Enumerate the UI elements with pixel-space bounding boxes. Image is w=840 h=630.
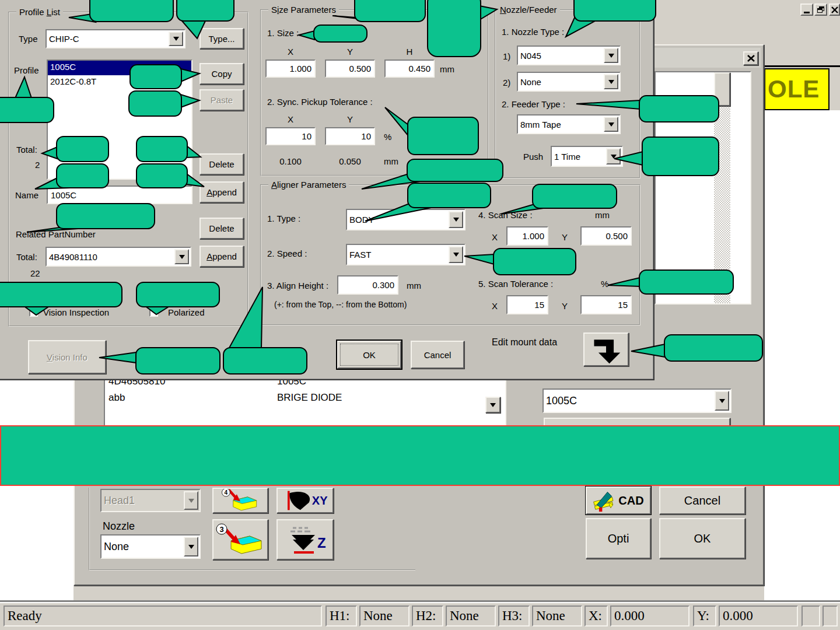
aligner-speed-combo[interactable]: FAST	[346, 244, 466, 265]
align-xy-button[interactable]: XY	[276, 488, 334, 513]
feeder-type-combo[interactable]: 8mm Tape	[517, 114, 621, 134]
annotation-callout	[135, 347, 220, 374]
paste-button[interactable]: Paste	[200, 89, 244, 111]
nozzle-combo[interactable]: None	[100, 534, 201, 559]
combo-arrow-button[interactable]	[184, 537, 198, 556]
nozzle1-combo[interactable]: N045	[517, 46, 621, 65]
chevron-down-icon	[608, 80, 614, 84]
sync-y-header: Y	[325, 114, 375, 124]
combo-arrow-button[interactable]	[606, 148, 621, 164]
size-h-field[interactable]: 0.450	[384, 60, 435, 78]
z-align-icon: Z	[280, 523, 330, 556]
align-z-button[interactable]: Z	[276, 519, 334, 560]
table-row[interactable]: abb BRIGE DIODE	[105, 392, 505, 407]
tol-x-field[interactable]: 15	[506, 295, 548, 314]
type-button[interactable]: Type...	[200, 28, 244, 49]
nozzle-label: Nozzle	[103, 520, 135, 533]
part-editor-close-button[interactable]	[743, 51, 758, 65]
polarized-checkbox[interactable]	[149, 308, 158, 317]
xy-align-icon: XY	[280, 489, 330, 512]
annotation-callout	[176, 0, 235, 22]
scan-x-field[interactable]: 1.000	[506, 226, 548, 246]
profile-delete-button[interactable]: Delete	[200, 153, 244, 175]
close-button[interactable]	[829, 4, 840, 16]
cancel-label: Cancel	[424, 350, 452, 360]
status-extra-panel	[822, 606, 838, 626]
size-y-field[interactable]: 0.500	[325, 60, 375, 78]
push-value: 1 Time	[554, 152, 580, 162]
push-combo[interactable]: 1 Time	[551, 146, 623, 167]
align-height-label: 3. Align Height :	[267, 281, 328, 290]
scan-y-field[interactable]: 0.500	[580, 226, 632, 246]
nozzle1-value: N045	[520, 51, 541, 61]
combo-arrow-button[interactable]	[184, 491, 198, 510]
status-h2-value: None	[446, 606, 496, 626]
sync-x-mm: 0.100	[265, 156, 316, 166]
restore-button[interactable]	[814, 4, 827, 16]
size-x-header: X	[265, 47, 316, 57]
annotation-band	[0, 425, 840, 486]
tol-x-label: X	[492, 301, 498, 311]
profile-append-button[interactable]: Append	[200, 181, 244, 203]
combo-arrow-button[interactable]	[604, 74, 618, 89]
sync-x-field[interactable]: 10	[265, 127, 316, 145]
dialog-ok-button[interactable]: OK	[337, 341, 401, 369]
combo-arrow-button[interactable]	[174, 249, 189, 264]
scan-y-value: 0.500	[606, 231, 628, 241]
combo-arrow-button[interactable]	[604, 48, 618, 63]
related-partnumber-value: 4B49081110	[49, 252, 97, 262]
minimize-button[interactable]	[800, 4, 813, 16]
status-h2-label: H2:	[412, 606, 443, 626]
annotation-callout	[128, 90, 182, 117]
name-field-value: 1005C	[51, 190, 76, 200]
aligner-type-combo[interactable]: BODY	[346, 209, 466, 230]
part-table[interactable]: 4D46505810 1005C abb BRIGE DIODE	[104, 377, 506, 427]
size-h-value: 0.450	[408, 64, 430, 74]
ok-button[interactable]: OK	[659, 518, 746, 559]
table-dropdown-button[interactable]	[485, 397, 501, 413]
annotation-callout	[0, 97, 54, 123]
related-append-button[interactable]: Append	[200, 246, 244, 267]
status-banner-text: OLE	[765, 75, 820, 103]
screen: { "app": { "status_banner": "OLE", "stat…	[0, 0, 840, 630]
type-combo[interactable]: CHIP-C	[46, 29, 186, 48]
combo-arrow-button[interactable]	[604, 117, 618, 132]
svg-text:XY: XY	[312, 494, 328, 507]
pickup-head4-button[interactable]: 4	[212, 488, 268, 513]
cancel-button[interactable]: Cancel	[659, 487, 746, 514]
nozzle2-combo[interactable]: None	[517, 72, 621, 92]
pickup-head3-button[interactable]: 3	[212, 519, 268, 560]
related-partnumber-combo[interactable]: 4B49081110	[46, 247, 191, 267]
dialog-cancel-button[interactable]: Cancel	[411, 341, 464, 369]
annotation-callout	[0, 282, 123, 307]
combo-arrow-button[interactable]	[449, 211, 463, 228]
vision-info-button[interactable]: Vision Info	[28, 340, 106, 374]
aligner-parameters-group-title: Aligner Parameters	[268, 180, 349, 190]
status-extra-panel	[802, 606, 820, 626]
vision-inspection-checkbox[interactable]	[29, 308, 38, 317]
size-parameters-group-title: Size Parameters	[268, 5, 339, 15]
polarized-label: Polarized	[168, 307, 205, 317]
tol-y-field[interactable]: 15	[580, 295, 632, 314]
copy-button[interactable]: Copy	[200, 63, 244, 85]
type-combo-value: CHIP-C	[49, 34, 79, 44]
profile-item-label: 2012C-0.8T	[50, 76, 96, 86]
sync-y-field[interactable]: 10	[325, 127, 375, 145]
profile-select-combo[interactable]: 1005C	[542, 388, 732, 413]
opti-button[interactable]: Opti	[586, 518, 651, 559]
edit-mount-data-button[interactable]	[583, 332, 629, 366]
status-bar: Ready H1: None H2: None H3: None X: 0.00…	[0, 602, 840, 630]
size-x-field[interactable]: 1.000	[265, 60, 316, 78]
combo-arrow-button[interactable]	[449, 246, 463, 263]
sync-x-header: X	[265, 114, 316, 124]
aligner-speed-value: FAST	[349, 250, 372, 260]
related-delete-button[interactable]: Delete	[200, 218, 244, 239]
combo-arrow-button[interactable]	[169, 32, 183, 46]
align-height-field[interactable]: 0.300	[337, 275, 398, 295]
head-combo[interactable]: Head1	[100, 489, 201, 512]
close-icon	[747, 55, 755, 62]
status-h1-value: None	[359, 606, 410, 626]
cad-button[interactable]: CAD	[586, 487, 651, 514]
combo-arrow-button[interactable]	[715, 391, 729, 411]
sync-x-value: 10	[302, 131, 312, 141]
